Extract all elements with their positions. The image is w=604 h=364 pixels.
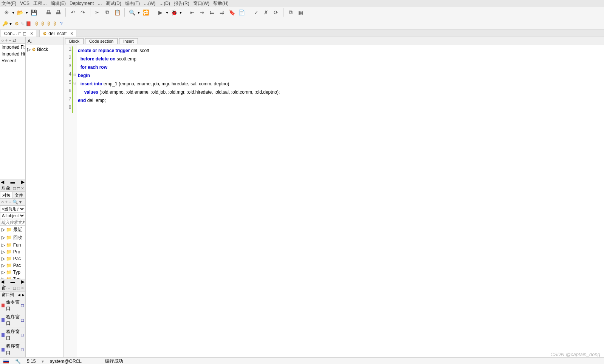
- menu-item[interactable]: 调试(D): [106, 0, 121, 7]
- folder-item[interactable]: ▷ 📁 Pro: [0, 248, 25, 255]
- fold-icon[interactable]: ⊟: [73, 81, 76, 85]
- block-tree-root[interactable]: ▷ ⚙ Block: [27, 47, 62, 52]
- objects-select[interactable]: All objects: [0, 212, 25, 219]
- folder-item[interactable]: ▷ 📁 回收: [0, 234, 25, 242]
- sort-icon[interactable]: A↓: [27, 38, 33, 44]
- db3-icon[interactable]: 🛢: [46, 21, 51, 26]
- bookmark-icon[interactable]: 🔖: [228, 8, 236, 17]
- tile-icon[interactable]: ▦: [296, 8, 305, 17]
- folder-item[interactable]: ▷ 📁 Fun: [0, 242, 25, 248]
- save-icon[interactable]: 💾: [29, 8, 38, 17]
- fold-icon[interactable]: ⊟: [73, 73, 76, 77]
- menu-item[interactable]: 窗口(W): [193, 0, 209, 7]
- close-icon[interactable]: ×: [21, 285, 24, 291]
- history-item[interactable]: Imported Fixe: [0, 44, 25, 51]
- flag-icon: [3, 359, 9, 364]
- minus-icon[interactable]: −: [9, 199, 11, 205]
- indent-left-icon[interactable]: ⇤: [188, 8, 197, 17]
- gear-icon: ⚙: [32, 47, 36, 52]
- close-icon[interactable]: ×: [21, 186, 24, 191]
- tab-connections[interactable]: Con… □ ◻ ×: [1, 30, 36, 37]
- commit-icon[interactable]: ✓: [252, 8, 260, 17]
- menu-item[interactable]: Deployment: [70, 1, 94, 6]
- link-icon[interactable]: ⇄: [12, 38, 16, 43]
- add-icon[interactable]: +: [5, 199, 8, 205]
- db1-icon[interactable]: 🛢: [34, 21, 39, 26]
- minus-icon[interactable]: −: [9, 38, 11, 43]
- tab-block[interactable]: Block: [65, 38, 84, 44]
- menu-item[interactable]: 编辑(E): [51, 0, 66, 7]
- run-icon[interactable]: ▶: [156, 8, 164, 17]
- folder-item[interactable]: ▷ 📁 Pac: [0, 255, 25, 262]
- folder-item[interactable]: ▷ 📁 最近: [0, 226, 25, 234]
- print-icon[interactable]: 🖶: [44, 8, 53, 17]
- menu-item[interactable]: 报告(R): [174, 0, 189, 7]
- menu-item[interactable]: 工程…: [33, 0, 47, 7]
- outdent-icon[interactable]: ⇇: [208, 8, 216, 17]
- folder-item[interactable]: ▷ 📁 Typ: [0, 276, 25, 279]
- menu-item[interactable]: VCS: [20, 1, 29, 6]
- tab-label: del_scott: [48, 31, 67, 36]
- close-icon[interactable]: ×: [30, 31, 33, 36]
- undo-icon[interactable]: ↶: [69, 8, 77, 17]
- window-list-item[interactable]: 命令窗口□: [0, 298, 25, 313]
- db2-icon[interactable]: 🛢: [40, 21, 45, 26]
- help-icon[interactable]: ?: [60, 21, 63, 26]
- minimize-icon[interactable]: □: [19, 31, 21, 36]
- debug-icon[interactable]: 🐞: [170, 8, 178, 17]
- window-list-item[interactable]: 程序窗口□: [0, 342, 25, 357]
- pencil-icon: ✎: [20, 21, 24, 26]
- db4-icon[interactable]: 🛢: [53, 21, 57, 26]
- menu-item[interactable]: 编右(T): [125, 0, 140, 7]
- scroll-thumb[interactable]: ▬: [11, 179, 15, 185]
- search-input[interactable]: [0, 219, 25, 226]
- find-icon[interactable]: 🔍: [128, 8, 136, 17]
- history-tree: Imported FixeImported HistRecent: [0, 44, 25, 179]
- history-item[interactable]: Imported Hist: [0, 51, 25, 57]
- windows-icon[interactable]: ⧉: [287, 8, 295, 17]
- folder-item[interactable]: ▷ 📁 Typ: [0, 269, 25, 276]
- cut-icon[interactable]: ✂: [93, 8, 102, 17]
- menu-item[interactable]: …(D): [159, 1, 170, 6]
- window-panel-header: 窗… □◻×: [0, 285, 25, 292]
- menu-item[interactable]: …(W): [144, 1, 155, 6]
- menu-bar: 文件(F)VCS工程…编辑(E)Deployment…调试(D)编右(T)…(W…: [0, 0, 604, 7]
- add-icon[interactable]: +: [5, 38, 8, 43]
- menu-item[interactable]: …: [98, 1, 102, 6]
- history-item[interactable]: Recent: [0, 57, 25, 64]
- menu-item[interactable]: 帮助(H): [213, 0, 229, 7]
- restore-icon[interactable]: ◻: [23, 31, 26, 36]
- tab-files[interactable]: 文件: [13, 192, 26, 199]
- explain-icon[interactable]: 📄: [237, 8, 246, 17]
- expand-icon[interactable]: ▷: [27, 47, 31, 52]
- refresh-icon[interactable]: ⟳: [272, 8, 280, 17]
- folder-item[interactable]: ▷ 📁 Pac: [0, 262, 25, 269]
- plus-icon[interactable]: ○: [1, 38, 4, 43]
- key-icon[interactable]: 🔑: [2, 21, 8, 26]
- code-editor[interactable]: 1234⊟5⊟678 create or replace trigger del…: [63, 45, 604, 357]
- copy-icon[interactable]: ⧉: [103, 8, 112, 17]
- tab-code-section[interactable]: Code section: [85, 38, 118, 44]
- print-all-icon[interactable]: 🖶: [54, 8, 62, 17]
- rollback-icon[interactable]: ✗: [262, 8, 270, 17]
- replace-icon[interactable]: 🔁: [141, 8, 150, 17]
- indent-icon[interactable]: ⇉: [218, 8, 226, 17]
- tab-del-scott[interactable]: ⚙ del_scott ×: [39, 30, 76, 37]
- redo-icon[interactable]: ↷: [79, 8, 87, 17]
- down-icon[interactable]: ▾: [19, 199, 22, 205]
- close-icon[interactable]: ×: [70, 31, 73, 36]
- window-list-item[interactable]: 程序窗口□: [0, 328, 25, 342]
- refresh-icon[interactable]: ○: [1, 199, 4, 205]
- new-icon[interactable]: ☀: [2, 8, 11, 17]
- connection-label: system@ORCL: [50, 359, 82, 364]
- filter-icon[interactable]: 🔍: [12, 199, 18, 205]
- indent-right-icon[interactable]: ⇥: [198, 8, 206, 17]
- user-select[interactable]: <当前用户>: [0, 205, 25, 212]
- window-list-item[interactable]: 程序窗口□: [0, 313, 25, 328]
- menu-item[interactable]: 文件(F): [2, 0, 16, 7]
- tab-insert[interactable]: Insert: [119, 38, 138, 44]
- paste-icon[interactable]: 📋: [113, 8, 121, 17]
- gear-icon[interactable]: ⚙: [15, 21, 19, 26]
- open-icon[interactable]: 📂: [16, 8, 24, 17]
- tab-objects[interactable]: 对象: [0, 192, 13, 199]
